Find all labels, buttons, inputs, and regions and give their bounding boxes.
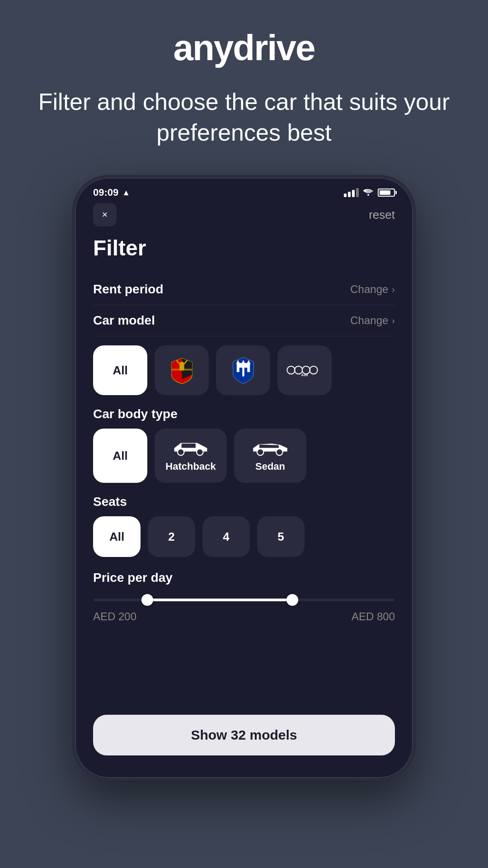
- status-left: 09:09 ▲: [93, 187, 130, 198]
- seats-row: All 2 4 5: [93, 516, 395, 557]
- car-model-row[interactable]: Car model Change ›: [93, 305, 395, 336]
- seats-label: Seats: [93, 495, 395, 509]
- show-models-label: Show 32 models: [191, 727, 297, 743]
- close-icon: ×: [102, 209, 108, 221]
- phone-content: × reset Filter Rent period Change › Car …: [75, 203, 413, 776]
- body-all-label: All: [113, 449, 127, 463]
- maserati-logo-icon: [229, 356, 258, 385]
- price-section: Price per day AED 200 AED 800: [93, 571, 395, 623]
- time-display: 09:09: [93, 187, 118, 198]
- brand-chip-maserati[interactable]: [216, 345, 270, 395]
- price-slider[interactable]: [93, 599, 395, 601]
- rent-period-row[interactable]: Rent period Change ›: [93, 274, 395, 305]
- app-subtitle: Filter and choose the car that suits you…: [0, 87, 488, 148]
- brand-chip-audi[interactable]: Audi: [277, 345, 332, 395]
- car-model-chevron: ›: [392, 316, 395, 326]
- rent-period-label: Rent period: [93, 282, 164, 297]
- svg-point-12: [310, 366, 317, 374]
- car-model-label: Car model: [93, 313, 155, 328]
- volume-up-button: [72, 268, 74, 295]
- body-types-row: All: [93, 429, 395, 483]
- body-type-section: Car body type All: [93, 407, 395, 483]
- svg-text:Audi: Audi: [301, 373, 308, 377]
- price-range-labels: AED 200 AED 800: [93, 610, 395, 623]
- brand-all-label: All: [113, 363, 127, 377]
- sedan-icon: [250, 439, 291, 457]
- price-label: Price per day: [93, 571, 395, 585]
- body-chip-hatchback[interactable]: Hatchback: [155, 429, 227, 483]
- battery-icon: [378, 189, 395, 197]
- seat-chip-2[interactable]: 2: [148, 516, 195, 557]
- close-button[interactable]: ×: [93, 203, 117, 226]
- audi-logo-icon: Audi: [286, 361, 323, 379]
- body-type-label: Car body type: [93, 407, 395, 421]
- slider-thumb-max[interactable]: [286, 594, 298, 606]
- price-min-label: AED 200: [93, 610, 136, 623]
- svg-rect-4: [171, 368, 192, 370]
- svg-point-14: [178, 449, 184, 456]
- reset-button[interactable]: reset: [369, 208, 395, 222]
- svg-point-17: [276, 449, 283, 456]
- rent-period-chevron: ›: [392, 284, 395, 295]
- porsche-logo-icon: [167, 356, 197, 385]
- status-bar: 09:09 ▲: [75, 178, 413, 203]
- seat-chip-4[interactable]: 4: [202, 516, 250, 557]
- svg-point-9: [287, 366, 295, 374]
- power-button: [414, 277, 416, 322]
- location-icon: ▲: [122, 188, 130, 198]
- car-model-change: Change: [350, 314, 388, 327]
- seat-2-label: 2: [168, 530, 174, 544]
- show-models-button[interactable]: Show 32 models: [93, 715, 395, 755]
- rent-period-action[interactable]: Change ›: [350, 283, 395, 296]
- seat-4-label: 4: [223, 530, 229, 544]
- svg-point-11: [302, 366, 310, 374]
- body-chip-all[interactable]: All: [93, 429, 147, 483]
- slider-thumb-min[interactable]: [141, 594, 153, 606]
- slider-track: [147, 599, 292, 601]
- price-max-label: AED 800: [352, 610, 395, 623]
- hatchback-icon: [170, 439, 211, 457]
- status-right: [344, 188, 395, 198]
- brands-row: All: [93, 345, 395, 395]
- phone-mockup: 09:09 ▲ × reset Filter: [72, 175, 416, 781]
- app-title: anydrive: [173, 27, 314, 69]
- svg-point-1: [179, 362, 184, 366]
- svg-point-16: [257, 449, 264, 456]
- filter-title: Filter: [93, 236, 395, 260]
- svg-point-15: [197, 449, 203, 456]
- car-model-action[interactable]: Change ›: [350, 314, 395, 327]
- wifi-icon: [363, 188, 373, 198]
- rent-period-change: Change: [350, 283, 388, 296]
- seat-chip-all[interactable]: All: [93, 516, 141, 557]
- brand-chip-all[interactable]: All: [93, 345, 147, 395]
- body-chip-sedan[interactable]: Sedan: [234, 429, 306, 483]
- hatchback-label: Hatchback: [165, 461, 216, 472]
- svg-point-10: [295, 366, 302, 374]
- seat-5-label: 5: [277, 530, 284, 544]
- svg-rect-5: [242, 363, 244, 376]
- brand-chip-porsche[interactable]: [155, 345, 209, 395]
- seat-all-label: All: [109, 530, 124, 544]
- seat-chip-5[interactable]: 5: [257, 516, 305, 557]
- seats-section: Seats All 2 4 5: [93, 495, 395, 557]
- volume-down-button: [72, 304, 74, 340]
- signal-icon: [344, 188, 359, 197]
- brands-section: All: [93, 345, 395, 395]
- sedan-label: Sedan: [255, 461, 285, 472]
- filter-header: × reset: [93, 203, 395, 226]
